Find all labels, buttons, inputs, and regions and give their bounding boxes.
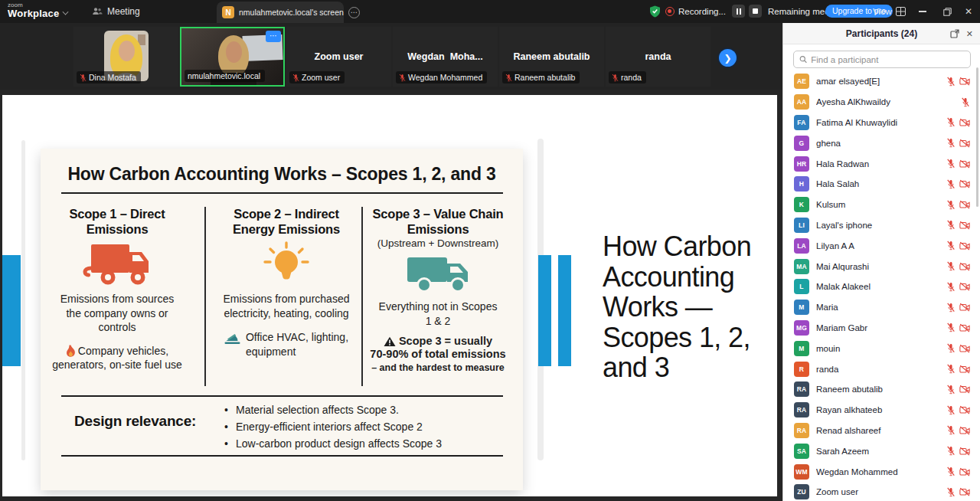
video-tile-dina[interactable]: Dina Mostafa: [74, 27, 178, 87]
participant-row[interactable]: HR Hala Radwan: [783, 153, 980, 174]
next-participants-page-button[interactable]: ❯: [719, 49, 737, 67]
participant-search-box[interactable]: [793, 51, 971, 68]
screen-owner-avatar: N: [222, 6, 234, 18]
video-tile-wegdan[interactable]: Wegdan Moha... Wegdan Mohammed: [393, 27, 498, 87]
camera-off-icon: [959, 303, 970, 312]
participant-row[interactable]: MG Mariam Gabr: [783, 318, 980, 339]
window-titlebar: zoom Workplace Meeting N nmulahmetovic.l…: [0, 0, 980, 23]
view-layout-icon[interactable]: [896, 7, 906, 16]
avatar: LI: [794, 218, 809, 233]
window-minimize-button[interactable]: [911, 0, 934, 23]
participant-name: Fatima Al Khuwaylidi: [816, 118, 939, 127]
participant-row[interactable]: LA Lilyan A A: [783, 235, 980, 256]
scope3-warning: Scope 3 = usually 70-90% of total emissi…: [364, 335, 511, 375]
search-input[interactable]: [811, 55, 965, 64]
avatar: SA: [794, 444, 809, 459]
participant-name: Lilyan A A: [816, 241, 939, 250]
mic-muted-icon: [946, 343, 956, 353]
left-blue-bar: [2, 255, 21, 366]
participant-row[interactable]: RA Rayan alkhateeb: [783, 400, 980, 421]
participant-row[interactable]: G ghena: [783, 133, 980, 153]
participant-row[interactable]: H Hala Salah: [783, 174, 980, 195]
stop-recording-button[interactable]: [749, 5, 762, 18]
video-tile-zoom-user[interactable]: Zoom user Zoom user: [286, 27, 391, 87]
pause-recording-button[interactable]: [732, 5, 745, 18]
scope1-heading: Scope 1 – Direct Emissions: [44, 207, 191, 237]
participant-row[interactable]: WM Wegdan Mohammed: [783, 461, 980, 482]
mic-muted-icon: [946, 385, 956, 395]
lightbulb-icon: [258, 241, 315, 287]
tab-options-icon[interactable]: ⋯: [348, 7, 360, 18]
participant-row[interactable]: LI Layal's iphone: [783, 215, 980, 236]
participant-row[interactable]: K Kulsum: [783, 195, 980, 215]
participant-row[interactable]: M mouin: [783, 338, 980, 359]
mic-muted-icon: [505, 74, 512, 82]
participant-name: mouin: [816, 344, 939, 353]
mic-muted-icon: [946, 364, 956, 374]
video-tile-randa[interactable]: randa randa: [606, 27, 710, 87]
participant-name: Mai Alqurashi: [816, 262, 939, 271]
camera-off-icon: [959, 365, 970, 374]
participant-row[interactable]: AE amar elsayed[E]: [783, 71, 980, 92]
camera-off-icon: [959, 200, 970, 209]
participant-row[interactable]: M Maria: [783, 297, 980, 318]
mic-muted-icon: [946, 487, 956, 497]
participant-row[interactable]: MA Mai Alqurashi: [783, 256, 980, 277]
mic-muted-icon: [612, 74, 619, 82]
tile-more-options-button[interactable]: ⋯: [266, 31, 281, 42]
participant-row[interactable]: FA Fatima Al Khuwaylidi: [783, 113, 980, 133]
tab-meeting[interactable]: Meeting: [92, 0, 140, 23]
camera-off-icon: [959, 241, 970, 250]
avatar: R: [794, 362, 809, 377]
participant-name: ghena: [816, 139, 939, 148]
close-panel-icon[interactable]: ✕: [966, 23, 973, 44]
avatar: G: [794, 136, 809, 151]
warning-icon: [384, 336, 396, 347]
video-tile-nmulahmetovic[interactable]: ⋯ nmulahmetovic.local: [180, 27, 285, 87]
participant-name: Wegdan Mohammed: [816, 467, 939, 476]
column-divider: [361, 207, 363, 386]
participant-name: Maria: [816, 303, 939, 312]
window-restore-button[interactable]: [936, 0, 959, 23]
scope2-heading: Scope 2 – Indirect Energy Emissions: [214, 207, 358, 237]
participant-row[interactable]: ZU Zoom user: [783, 482, 980, 501]
participant-row[interactable]: RA Renad alshareef: [783, 421, 980, 441]
participant-row[interactable]: RA Raneem abutalib: [783, 379, 980, 400]
popout-icon[interactable]: [950, 29, 959, 38]
avatar: AA: [794, 94, 809, 110]
tab-shared-screen[interactable]: N nmulahmetovic.local's screen ⋯: [217, 2, 344, 23]
avatar: AE: [794, 74, 809, 89]
slide: How Carbon Accounting Works – Scopes 1, …: [41, 149, 523, 490]
camera-off-icon: [959, 426, 970, 435]
mic-muted-icon: [946, 200, 956, 210]
scope3-column: Scope 3 – Value Chain Emissions (Upstrea…: [364, 207, 511, 375]
shared-presentation-canvas: How Carbon Accounting Works – Scopes 1, …: [2, 95, 777, 496]
avatar: M: [794, 341, 809, 356]
chevron-down-icon[interactable]: [63, 9, 69, 15]
mic-muted-icon: [946, 405, 956, 415]
view-button-label[interactable]: View: [873, 7, 892, 16]
camera-off-icon: [959, 447, 970, 456]
security-shield-icon[interactable]: [649, 5, 661, 18]
window-close-button[interactable]: ✕: [957, 0, 980, 23]
avatar: ZU: [794, 484, 809, 499]
participant-row[interactable]: SA Sarah Azeem: [783, 440, 980, 461]
scope3-description: Everything not in Scopes 1 & 2: [364, 300, 511, 328]
participant-row[interactable]: R randa: [783, 359, 980, 379]
participants-panel: Participants (24) ✕ AE amar elsayed[E] A…: [782, 23, 980, 501]
participant-name: randa: [816, 365, 939, 374]
participant-row[interactable]: AA Ayesha AlKhwaildy: [783, 92, 980, 113]
participant-name: amar elsayed[E]: [816, 77, 939, 86]
video-tile-raneem[interactable]: Raneem abutalib Raneem abutalib: [499, 27, 604, 87]
scrollbar[interactable]: [976, 67, 978, 207]
scope3-subheading: (Upstream + Downstream): [364, 237, 511, 249]
participant-name: Sarah Azeem: [816, 447, 939, 456]
participant-row[interactable]: L Malak Alakeel: [783, 277, 980, 297]
mic-muted-icon: [80, 74, 87, 82]
people-icon: [92, 7, 103, 16]
camera-off-icon: [959, 467, 970, 476]
scope3-heading: Scope 3 – Value Chain Emissions: [364, 207, 511, 237]
recording-indicator-icon: [665, 7, 675, 16]
camera-off-icon: [959, 159, 970, 169]
camera-off-icon: [959, 179, 970, 188]
